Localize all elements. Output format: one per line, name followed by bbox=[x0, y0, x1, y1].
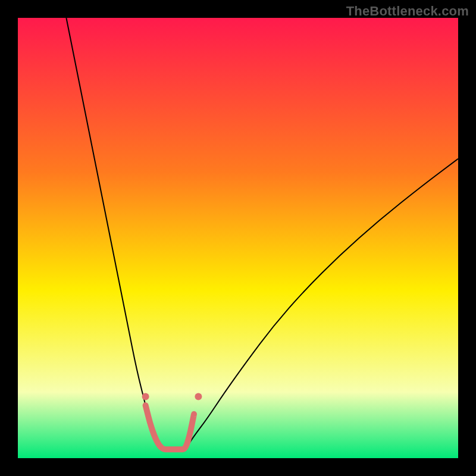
watermark-text: TheBottleneck.com bbox=[346, 4, 469, 19]
plot-area bbox=[18, 18, 458, 458]
gradient-background bbox=[18, 18, 458, 458]
chart-svg bbox=[18, 18, 458, 458]
marker-left bbox=[142, 393, 149, 400]
marker-right bbox=[195, 393, 202, 400]
chart-frame: TheBottleneck.com bbox=[0, 0, 476, 476]
